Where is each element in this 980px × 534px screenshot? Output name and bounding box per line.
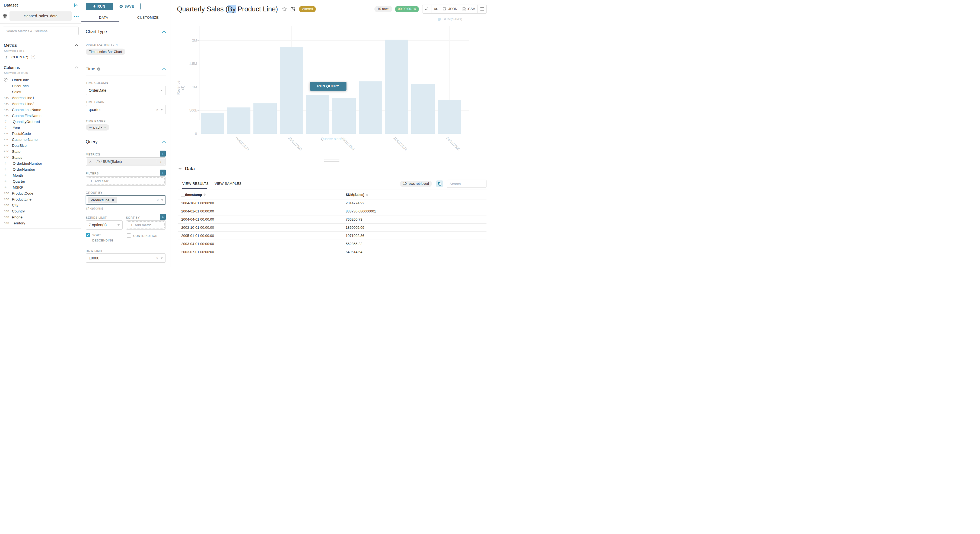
export-toolbar: </> .JSON .CSV [422, 5, 487, 14]
column-list-item[interactable]: ABCDealSize [4, 143, 79, 148]
contribution-checkbox[interactable]: CONTRIBUTION [127, 234, 158, 238]
table-row[interactable]: 2003-10-01 00:00:001860005.09 [178, 224, 487, 232]
run-button[interactable]: RUN [86, 3, 113, 10]
table-row[interactable]: 2004-04-01 00:00:00766260.73 [178, 215, 487, 224]
column-list-item[interactable]: ABCContactLastName [4, 106, 79, 113]
group-by-select[interactable]: ProductLine✕ × [86, 195, 166, 205]
edit-title-icon[interactable] [291, 7, 295, 11]
bar-2005-01-01[interactable] [411, 84, 435, 134]
bar-2004-01-01[interactable] [306, 95, 329, 134]
column-list-item[interactable]: ABCAddressLine2 [4, 101, 79, 106]
bar-2004-04-01[interactable] [332, 98, 356, 134]
collapse-query-icon[interactable] [162, 141, 166, 143]
column-list-item[interactable]: ABCTerritory [4, 220, 79, 226]
column-list-item[interactable]: ABCState [4, 148, 79, 154]
metric-item-count[interactable]: ƒ COUNT(*) ? [4, 55, 35, 59]
bar-2003-04-01[interactable] [227, 108, 250, 134]
table-search-input[interactable] [447, 180, 487, 188]
menu-button[interactable] [478, 5, 487, 13]
run-query-button[interactable]: RUN QUERY [310, 82, 347, 91]
table-row[interactable]: 2005-01-01 00:00:001071992.36 [178, 232, 487, 240]
clear-icon[interactable]: × [157, 198, 159, 202]
dataset-sidebar: Dataset cleaned_sales_data ••• Metrics S… [0, 0, 82, 267]
bar-2005-04-01[interactable] [438, 100, 461, 134]
copy-data-button[interactable] [436, 180, 443, 187]
column-list-item[interactable]: ABCProductCode [4, 190, 79, 196]
column-list-item[interactable]: OrderDate [4, 77, 79, 83]
table-row[interactable]: 2004-10-01 00:00:002014774.92 [178, 199, 487, 207]
bar-2003-07-01[interactable] [253, 103, 277, 134]
collapse-columns-icon[interactable] [75, 67, 78, 68]
favorite-star-icon[interactable] [282, 6, 287, 11]
column-list-item[interactable]: ABCContactFirstName [4, 113, 79, 119]
series-limit-select[interactable]: 7 option(s) [86, 220, 123, 230]
export-json-button[interactable]: .JSON [440, 5, 460, 13]
bar-2003-01-01[interactable] [201, 113, 224, 134]
column-list-item[interactable]: ABCCustomerName [4, 137, 79, 143]
column-list-item[interactable]: ABCCity [4, 202, 79, 208]
panel-resize-handle[interactable] [324, 159, 339, 162]
remove-tag-icon[interactable]: ✕ [111, 199, 114, 202]
dataset-name[interactable]: cleaned_sales_data [10, 11, 72, 21]
tab-customize[interactable]: CUSTOMIZE [126, 13, 170, 22]
column-list-item[interactable]: ABCAddressLine1 [4, 95, 79, 101]
column-list-item[interactable]: ABCStatus [4, 154, 79, 161]
add-filter-button[interactable]: +Add filter [86, 176, 166, 186]
bar-2004-07-01[interactable] [359, 81, 382, 134]
tab-data[interactable]: DATA [81, 13, 126, 22]
column-list-item[interactable]: #MSRP [4, 184, 79, 190]
export-csv-button[interactable]: .CSV [460, 5, 478, 13]
viz-type-value[interactable]: Time-series Bar Chart [86, 49, 125, 55]
remove-metric-icon[interactable]: ✕ [87, 160, 94, 164]
collapse-chart-type-icon[interactable] [162, 31, 166, 33]
row-limit-select[interactable]: 10000× [86, 253, 166, 263]
column-list-item[interactable]: #OrderNumber [4, 166, 79, 172]
column-list-item[interactable]: #OrderLineNumber [4, 161, 79, 166]
save-button[interactable]: SAVE [113, 3, 140, 10]
tab-view-samples[interactable]: VIEW SAMPLES [215, 182, 242, 186]
collapse-metrics-icon[interactable] [75, 44, 78, 46]
share-link-button[interactable] [422, 5, 431, 13]
sort-descending-checkbox[interactable]: SORT DESCENDING [86, 233, 118, 243]
column-list-item[interactable]: Sales [4, 89, 79, 95]
column-header-timestamp[interactable]: __timestamp [181, 193, 206, 197]
table-row[interactable]: 2003-04-01 00:00:00562365.22 [178, 240, 487, 248]
column-list-item[interactable]: ABCPostalCode [4, 130, 79, 137]
search-metrics-columns-input[interactable] [3, 27, 79, 35]
column-list-item[interactable]: #Month [4, 172, 79, 178]
expand-metric-icon[interactable]: › [157, 159, 165, 164]
column-list-item[interactable]: #QuantityOrdered [4, 119, 79, 124]
sort-by-add-metric-button[interactable]: +Add metric [126, 220, 166, 230]
metric-pill[interactable]: ✕ ƒ(x) SUM(Sales) › [86, 157, 166, 166]
collapse-time-icon[interactable] [162, 68, 166, 70]
column-list-item[interactable]: ABCProductLine [4, 196, 79, 202]
column-list-item[interactable]: PriceEach [4, 83, 79, 89]
time-column-select[interactable]: OrderDate [86, 86, 166, 95]
help-icon[interactable]: ? [31, 55, 35, 59]
chart-legend[interactable]: SUM(Sales) [438, 17, 462, 21]
column-list-item[interactable]: ABCCountry [4, 208, 79, 214]
time-grain-select[interactable]: quarter× [86, 105, 166, 114]
column-list-item[interactable]: #Year [4, 124, 79, 130]
info-icon[interactable] [97, 67, 100, 71]
table-row[interactable]: 2004-01-01 00:00:00833730.680000001 [178, 207, 487, 215]
column-name: ProductCode [12, 191, 33, 195]
column-list-item[interactable]: #Quarter [4, 178, 79, 184]
column-list-item[interactable]: ABCPhone [4, 214, 79, 220]
time-range-value[interactable]: -∞ ≤ col < ∞ [86, 124, 109, 130]
embed-code-button[interactable]: </> [431, 5, 440, 13]
file-csv-icon [463, 7, 466, 11]
data-section-toggle[interactable]: Data [178, 166, 195, 171]
table-row[interactable]: 2003-07-01 00:00:00649514.54 [178, 248, 487, 256]
bar-2003-10-01[interactable] [280, 47, 303, 134]
add-filter-plus-button[interactable]: + [160, 170, 166, 176]
dataset-more-icon[interactable]: ••• [74, 14, 79, 18]
add-metric-plus-button[interactable]: + [160, 151, 166, 157]
add-sort-metric-plus-button[interactable]: + [160, 214, 166, 220]
bar-2004-10-01[interactable] [385, 40, 408, 134]
collapse-sidebar-icon[interactable] [74, 3, 78, 7]
column-header-sum-sales[interactable]: SUM(Sales) [346, 193, 368, 197]
page-title[interactable]: Quarterly Sales (By Product Line) [177, 5, 278, 13]
filters-label: FILTERS [86, 172, 99, 175]
tab-view-results[interactable]: VIEW RESULTS [182, 182, 208, 186]
